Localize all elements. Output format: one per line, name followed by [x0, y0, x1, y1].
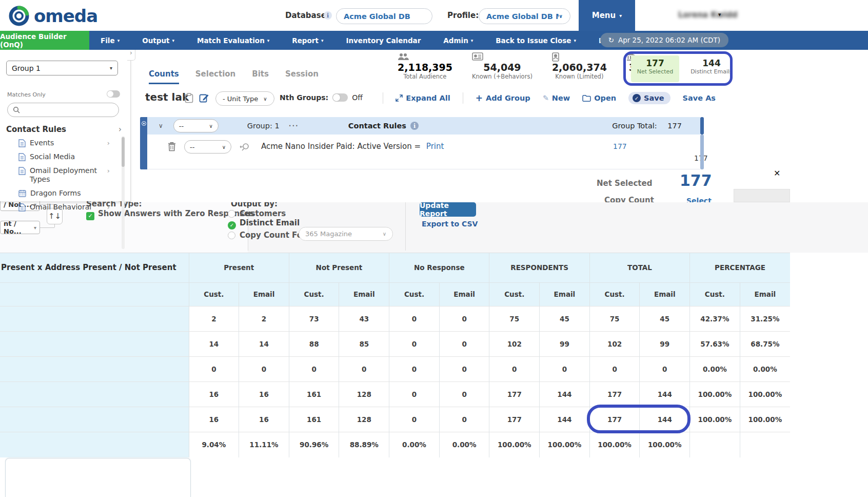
more-options-icon[interactable]: •••	[289, 124, 299, 128]
builder-tabs: CountsSelectionBitsSession	[149, 69, 319, 84]
save-as-button[interactable]: Save As	[683, 94, 716, 102]
nav-item-admin[interactable]: Admin▾	[443, 36, 473, 45]
radio-unchecked-icon[interactable]	[228, 232, 235, 239]
sidebar-scrollbar[interactable]	[122, 136, 125, 249]
distinct-email-option[interactable]: ✓Distinct Email	[228, 218, 300, 230]
caret-down-icon: ▾	[172, 38, 174, 43]
table-cell: 0	[189, 356, 239, 381]
chevron-right-icon: ›	[107, 167, 110, 175]
nav-item-match-evaluation[interactable]: Match Evaluation▾	[197, 36, 269, 45]
group-header-row[interactable]: ∨ -- ∨ Group: 1 ••• Contact Rules i Grou…	[147, 117, 700, 135]
table-cell: 16	[239, 407, 289, 432]
database-info-icon[interactable]: i	[324, 11, 332, 20]
table-cell: 0	[439, 331, 489, 356]
sidebar-item-dragon-forms[interactable]: Dragon Forms	[0, 186, 121, 200]
profile-select[interactable]: Acme Global DB Maste ∨	[479, 8, 570, 24]
table-row: 1414888500102991029957.63%68.75%	[0, 331, 790, 356]
table-cell: 31.25%	[740, 306, 790, 331]
subcolumn-header: Email	[339, 282, 389, 306]
unit-type-select[interactable]: - Unit Type ∨	[215, 91, 274, 106]
table-cell: 0	[439, 356, 489, 381]
clipboard-icon[interactable]	[185, 93, 193, 103]
chevron-down-icon: ∨	[222, 144, 226, 150]
database-value: Acme Global DB	[344, 12, 410, 21]
sidebar-item-social-media[interactable]: Social Media	[0, 150, 121, 164]
user-menu-caret-icon[interactable]: ▾	[718, 11, 721, 18]
save-button[interactable]: ✓ Save	[628, 92, 670, 104]
nav-item-file[interactable]: File▾	[101, 36, 120, 45]
session-timestamp[interactable]: ↻ Apr 25, 2022 06:02 AM (CDT)	[600, 33, 728, 47]
edit-icon[interactable]	[199, 93, 209, 103]
add-group-button[interactable]: +Add Group	[476, 93, 530, 103]
table-cell	[690, 432, 740, 457]
scrollbar-track[interactable]	[700, 135, 704, 169]
customers-label: Customers	[240, 209, 286, 218]
lookup-icon[interactable]	[240, 143, 250, 151]
search-input[interactable]	[7, 103, 119, 117]
new-button[interactable]: ✎New	[543, 94, 570, 102]
database-input[interactable]: Acme Global DB	[336, 8, 432, 24]
trash-icon[interactable]	[168, 142, 176, 151]
radio-unchecked-icon[interactable]	[228, 210, 235, 218]
table-cell: 177	[489, 381, 540, 407]
chevron-down-icon: ∨	[383, 231, 386, 237]
matches-only-toggle[interactable]	[107, 90, 120, 98]
copy-count-select-link[interactable]: Select	[686, 197, 712, 202]
export-csv-link[interactable]: Export to CSV	[422, 220, 478, 228]
nav-item-output[interactable]: Output▾	[142, 36, 174, 45]
magazine-select[interactable]: 365 Magazine ∨	[299, 227, 393, 241]
group-operator-select[interactable]: -- ∨	[173, 119, 219, 132]
nth-groups-toggle[interactable]	[332, 93, 348, 102]
rule-value-link[interactable]: Print	[426, 142, 444, 151]
column-group-total: TOTAL	[589, 253, 689, 282]
tab-session[interactable]: Session	[285, 69, 319, 84]
profile-value: Acme Global DB Maste	[486, 12, 559, 21]
nav-item-back-to-issue-close[interactable]: Back to Issue Close▾	[496, 36, 576, 45]
divider	[463, 92, 463, 104]
nav-item-inventory-calendar[interactable]: Inventory Calendar	[346, 36, 421, 45]
caret-down-icon: ▾	[34, 225, 36, 231]
sidebar-item-events[interactable]: Events›	[0, 136, 121, 150]
nav-item-report[interactable]: Report▾	[292, 36, 323, 45]
table-cell: 11.11%	[239, 432, 289, 457]
group-select[interactable]: Group 1 ▾	[6, 61, 118, 75]
tab-bits[interactable]: Bits	[252, 69, 269, 84]
refresh-icon[interactable]: ↻	[608, 36, 614, 44]
column-group-respondents: RESPONDENTS	[489, 253, 589, 282]
radio-checked-icon[interactable]: ✓	[228, 221, 236, 230]
open-button[interactable]: Open	[582, 94, 616, 102]
sidebar-item-omail-behavioral[interactable]: Omail Behavioral›	[0, 200, 121, 214]
expand-icon	[396, 94, 403, 102]
contact-rules-label: Contact Rules	[6, 125, 66, 134]
scrollbar-thumb[interactable]	[700, 117, 704, 135]
rule-row[interactable]: -- ∨ Acme Nano Insider Paid: Active Vers…	[147, 135, 700, 169]
caret-down-icon: ▾	[267, 38, 270, 43]
contact-rules-section[interactable]: Contact Rules ›	[6, 125, 122, 134]
expand-all-button[interactable]: Expand All	[396, 94, 450, 102]
copy-count-for-option[interactable]: Copy Count For:	[228, 231, 309, 240]
brand-name: omeda	[34, 6, 97, 26]
rule-operator-select[interactable]: -- ∨	[184, 140, 231, 154]
nav-app-tab[interactable]: Audience Builder (OnQ)	[0, 31, 89, 50]
sidebar-item-label: Omail Behavioral	[30, 203, 91, 212]
scrollbar-thumb[interactable]	[122, 137, 125, 167]
table-cell: 0	[389, 331, 440, 356]
close-icon[interactable]: ✕	[774, 168, 780, 178]
menu-button[interactable]: Menu ▾	[579, 0, 635, 31]
sidebar-item-omail-deployment-types[interactable]: Omail Deployment Types›	[0, 164, 121, 186]
customers-option[interactable]: Customers	[228, 209, 286, 218]
rule-count-link[interactable]: 177	[613, 142, 627, 150]
caret-down-icon: ▾	[117, 38, 120, 43]
table-cell: 144	[540, 407, 590, 432]
table-cell: 88	[289, 331, 339, 356]
stat-total-audience: 2,118,395Total Audience	[398, 52, 452, 80]
collapse-chevron-icon[interactable]: ∨	[159, 122, 163, 129]
subcolumn-header: Cust.	[489, 282, 540, 306]
operator-select-2[interactable]: nt / No... ▾	[0, 221, 40, 234]
column-group-present: Present	[189, 253, 289, 282]
tab-selection[interactable]: Selection	[195, 69, 235, 84]
tab-counts[interactable]: Counts	[149, 69, 179, 84]
update-report-button[interactable]: Update Report	[420, 202, 476, 217]
operator-select-2-value: nt / No...	[4, 220, 34, 235]
info-icon[interactable]: i	[410, 122, 419, 130]
